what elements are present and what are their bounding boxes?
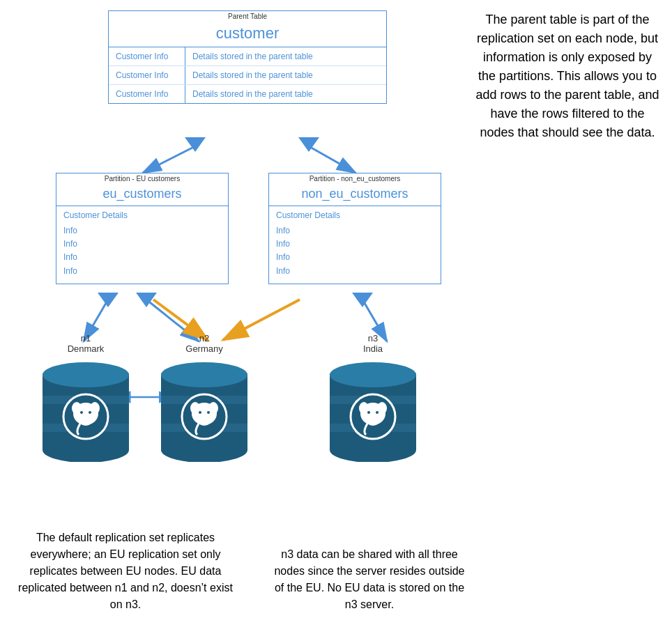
table-cell-left: Customer Info	[109, 66, 185, 84]
svg-line-9	[309, 146, 356, 173]
parent-table-section: Parent Table customer Customer Info Deta…	[108, 10, 387, 104]
parent-table-title: customer	[109, 22, 386, 47]
svg-point-42	[207, 411, 210, 414]
table-cell-right: Details stored in the parent table	[185, 66, 320, 84]
svg-marker-10	[98, 293, 119, 307]
svg-point-54	[376, 411, 379, 414]
svg-point-28	[80, 419, 91, 426]
partition-eu-header: Customer Details	[56, 206, 228, 223]
svg-marker-12	[136, 293, 157, 307]
svg-marker-7	[185, 137, 206, 152]
svg-point-45	[330, 438, 416, 462]
svg-point-41	[199, 411, 201, 414]
bottom-left-description: The default replication set replicates e…	[14, 529, 237, 613]
svg-point-30	[89, 411, 91, 414]
node-n3: n3 India	[321, 333, 425, 462]
partition-noneu-item: Info	[276, 238, 434, 251]
partition-eu-table: Partition - EU customers eu_customers Cu…	[56, 173, 229, 284]
partition-noneu-box: Partition - non_eu_customers non_eu_cust…	[268, 173, 441, 284]
partition-noneu-table: Partition - non_eu_customers non_eu_cust…	[268, 173, 441, 284]
partition-noneu-item: Info	[276, 265, 434, 278]
partition-eu-item: Info	[63, 251, 221, 264]
svg-marker-14	[352, 293, 373, 307]
svg-point-32	[161, 362, 247, 387]
partition-eu-item: Info	[63, 265, 221, 278]
svg-point-44	[330, 362, 416, 387]
partition-eu-title: eu_customers	[56, 184, 228, 206]
cylinder-n3	[324, 354, 422, 462]
svg-point-53	[367, 411, 370, 414]
table-row: Customer Info Details stored in the pare…	[109, 66, 386, 85]
svg-point-26	[72, 402, 82, 415]
svg-point-27	[90, 402, 100, 415]
svg-point-38	[190, 402, 200, 415]
partition-noneu-item: Info	[276, 224, 434, 238]
node-n2-label: n2 Germany	[185, 333, 222, 354]
node-n1: n1 Denmark	[33, 333, 138, 462]
partition-eu-item: Info	[63, 224, 221, 238]
table-row: Customer Info Details stored in the pare…	[109, 47, 386, 66]
svg-point-20	[43, 362, 129, 387]
partition-eu-box: Partition - EU customers eu_customers Cu…	[56, 173, 229, 284]
node-n1-label: n1 Denmark	[68, 333, 105, 354]
partition-noneu-label: Partition - non_eu_customers	[269, 173, 441, 184]
cylinder-n1	[37, 354, 135, 462]
svg-point-21	[43, 438, 129, 462]
svg-point-29	[80, 411, 83, 414]
parent-table: Parent Table customer Customer Info Deta…	[108, 10, 387, 104]
svg-point-52	[367, 419, 379, 426]
node-n2: n2 Germany	[152, 333, 257, 462]
table-row: Customer Info Details stored in the pare…	[109, 85, 386, 103]
parent-table-label: Parent Table	[109, 11, 386, 22]
partition-eu-items: Info Info Info Info	[56, 223, 228, 284]
svg-point-33	[161, 438, 247, 462]
svg-point-51	[377, 402, 387, 415]
partition-noneu-header: Customer Details	[269, 206, 441, 223]
partition-eu-label: Partition - EU customers	[56, 173, 228, 184]
svg-point-40	[199, 419, 210, 426]
table-cell-left: Customer Info	[109, 85, 185, 103]
table-cell-left: Customer Info	[109, 47, 185, 65]
table-cell-right: Details stored in the parent table	[185, 85, 320, 103]
svg-line-6	[143, 146, 195, 173]
svg-point-39	[208, 402, 218, 415]
main-container: Parent Table customer Customer Info Deta…	[0, 0, 672, 627]
partition-noneu-items: Info Info Info Info	[269, 223, 441, 284]
cylinder-n2	[155, 354, 253, 462]
right-description: The parent table is part of the replicat…	[473, 10, 662, 142]
partition-eu-item: Info	[63, 238, 221, 251]
partition-noneu-item: Info	[276, 251, 434, 264]
svg-point-50	[359, 402, 369, 415]
table-cell-right: Details stored in the parent table	[185, 47, 320, 65]
bottom-right-description: n3 data can be shared with all three nod…	[272, 546, 467, 613]
node-n3-label: n3 India	[363, 333, 383, 354]
svg-marker-8	[298, 137, 319, 152]
partition-noneu-title: non_eu_customers	[269, 184, 441, 206]
